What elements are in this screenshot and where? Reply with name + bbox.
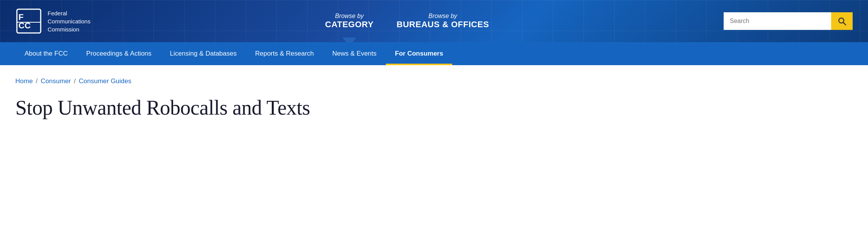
browse-category-title: CATEGORY [325, 20, 374, 30]
browse-bureaus-label: Browse by [397, 12, 489, 20]
nav-item-licensing[interactable]: Licensing & Databases [161, 42, 246, 65]
svg-line-5 [843, 23, 846, 25]
nav-bar: About the FCC Proceedings & Actions Lice… [0, 42, 868, 65]
nav-item-about[interactable]: About the FCC [15, 42, 77, 65]
fcc-logo[interactable]: F CC [15, 8, 42, 35]
logo-area: F CC Federal Communications Commission [15, 8, 91, 35]
nav-item-news[interactable]: News & Events [323, 42, 386, 65]
browse-bureaus-link[interactable]: Browse by BUREAUS & OFFICES [397, 12, 489, 30]
breadcrumb-consumer-guides[interactable]: Consumer Guides [79, 77, 131, 85]
breadcrumb: Home / Consumer / Consumer Guides [15, 77, 853, 85]
site-header: F CC Federal Communications Commission B… [0, 0, 868, 42]
nav-item-proceedings[interactable]: Proceedings & Actions [77, 42, 160, 65]
browse-category-link[interactable]: Browse by CATEGORY [325, 12, 374, 30]
breadcrumb-separator-2: / [74, 77, 76, 85]
nav-item-consumers[interactable]: For Consumers [386, 42, 453, 65]
breadcrumb-home[interactable]: Home [15, 77, 33, 85]
browse-bureaus-title: BUREAUS & OFFICES [397, 20, 489, 30]
browse-category-label: Browse by [325, 12, 374, 20]
header-search [724, 12, 853, 30]
search-button[interactable] [831, 12, 853, 30]
breadcrumb-consumer[interactable]: Consumer [41, 77, 71, 85]
search-icon [837, 16, 847, 26]
browse-category-wrap: Browse by CATEGORY [325, 12, 374, 30]
content-area: Home / Consumer / Consumer Guides Stop U… [0, 65, 868, 135]
breadcrumb-separator-1: / [36, 77, 38, 85]
page-title: Stop Unwanted Robocalls and Texts [15, 96, 853, 120]
header-browse: Browse by CATEGORY Browse by BUREAUS & O… [91, 12, 724, 30]
logo-text: Federal Communications Commission [48, 9, 91, 33]
nav-item-reports[interactable]: Reports & Research [246, 42, 323, 65]
search-input[interactable] [724, 12, 831, 30]
